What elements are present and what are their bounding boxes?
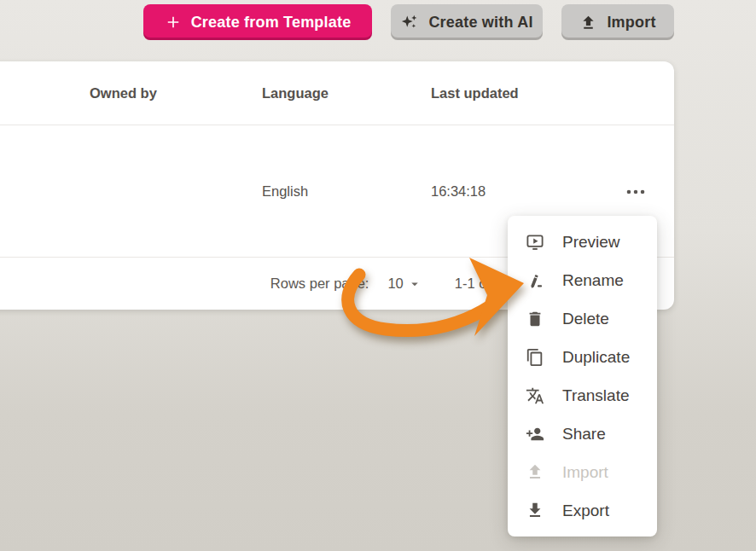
column-header-last-updated: Last updated: [431, 61, 519, 125]
menu-item-label: Duplicate: [562, 348, 630, 367]
menu-item-label: Import: [562, 463, 608, 482]
menu-item-label: Delete: [562, 310, 609, 328]
chevron-down-icon: [407, 276, 422, 292]
menu-item-label: Rename: [562, 271, 624, 290]
duplicate-icon: [526, 348, 544, 367]
sparkles-icon: [400, 13, 419, 32]
toolbar: Create from Template Create with AI Impo…: [0, 0, 756, 51]
more-horiz-icon: [625, 181, 647, 203]
menu-item-share[interactable]: Share: [508, 415, 657, 453]
menu-item-label: Preview: [562, 233, 620, 252]
rows-per-page-value: 10: [387, 276, 403, 292]
rename-icon: [526, 271, 544, 290]
delete-icon: [526, 310, 544, 328]
row-context-menu: Preview Rename Delete Duplicate: [508, 216, 657, 536]
preview-icon: [526, 233, 544, 252]
export-icon: [526, 502, 544, 520]
plus-icon: [165, 14, 182, 31]
menu-item-label: Translate: [562, 386, 630, 405]
share-icon: [526, 425, 544, 444]
upload-icon: [579, 14, 597, 32]
create-with-ai-label: Create with AI: [428, 14, 532, 32]
import-button[interactable]: Import: [561, 4, 674, 40]
menu-item-label: Export: [562, 502, 609, 520]
pagination-range-label: 1-1 of: [455, 276, 491, 292]
rows-per-page-select[interactable]: 10: [387, 276, 422, 292]
row-actions-button[interactable]: [623, 179, 648, 205]
menu-item-duplicate[interactable]: Duplicate: [508, 338, 657, 376]
import-button-label: Import: [607, 14, 655, 32]
create-with-ai-button[interactable]: Create with AI: [391, 4, 543, 40]
menu-item-rename[interactable]: Rename: [508, 261, 657, 299]
create-from-template-label: Create from Template: [191, 14, 352, 32]
menu-item-export[interactable]: Export: [508, 491, 657, 530]
rows-per-page-label: Rows per page:: [270, 276, 369, 292]
menu-item-label: Share: [562, 425, 606, 444]
translate-icon: [526, 386, 544, 405]
table-header-row: Owned by Language Last updated: [0, 61, 674, 125]
menu-item-preview[interactable]: Preview: [508, 223, 657, 261]
cell-language: English: [262, 125, 308, 258]
create-from-template-button[interactable]: Create from Template: [143, 4, 372, 40]
menu-item-translate[interactable]: Translate: [508, 376, 657, 415]
import-icon: [526, 463, 544, 482]
column-header-language: Language: [262, 61, 329, 125]
menu-item-import: Import: [508, 453, 657, 491]
cell-last-updated: 16:34:18: [431, 125, 486, 258]
column-header-owned-by: Owned by: [90, 61, 157, 125]
menu-item-delete[interactable]: Delete: [508, 299, 657, 338]
